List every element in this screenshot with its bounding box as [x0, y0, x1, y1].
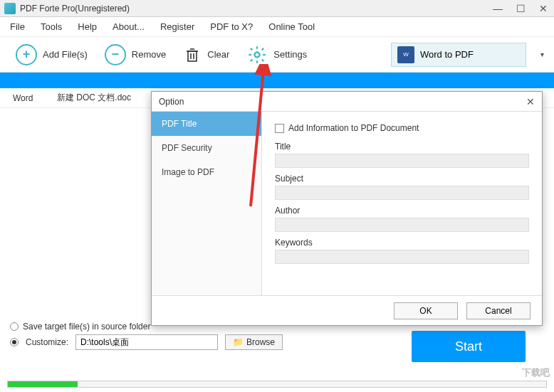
add-files-button[interactable]: + Add File(s): [10, 41, 93, 68]
browse-button[interactable]: 📁 Browse: [225, 334, 283, 350]
dialog-footer: OK Cancel: [152, 295, 542, 325]
menu-online-tool[interactable]: Online Tool: [268, 21, 315, 32]
field-subject: Subject: [275, 174, 529, 200]
plus-icon: +: [16, 44, 37, 65]
subject-label: Subject: [275, 174, 529, 184]
radio-checked-icon: [10, 338, 19, 346]
ok-button[interactable]: OK: [394, 302, 458, 319]
progress-bar: [7, 381, 547, 388]
mode-label: Word to PDF: [420, 49, 474, 60]
keywords-input[interactable]: [275, 250, 529, 264]
conversion-mode-select[interactable]: W Word to PDF: [391, 43, 526, 67]
add-files-label: Add File(s): [43, 49, 88, 60]
file-type-col: Word: [0, 93, 57, 103]
menubar: File Tools Help About... Register PDF to…: [0, 17, 554, 37]
start-button[interactable]: Start: [412, 331, 526, 362]
author-label: Author: [275, 206, 529, 216]
clear-button[interactable]: Clear: [177, 43, 235, 67]
progress-fill: [8, 381, 78, 387]
browse-label: Browse: [246, 337, 275, 347]
watermark: 下载吧: [522, 366, 550, 379]
toolbar: + Add File(s) − Remove Clear Settings W …: [0, 37, 554, 73]
maximize-button[interactable]: ☐: [514, 3, 527, 14]
subject-input[interactable]: [275, 186, 529, 200]
settings-label: Settings: [273, 49, 307, 60]
settings-button[interactable]: Settings: [241, 41, 313, 68]
docx-icon: W: [397, 46, 414, 63]
keywords-label: Keywords: [275, 238, 529, 248]
clear-label: Clear: [207, 49, 229, 60]
add-info-label: Add Information to PDF Document: [288, 123, 419, 133]
window-title: PDF Forte Pro(Unregistered): [20, 4, 130, 14]
title-label: Title: [275, 142, 529, 152]
mode-dropdown-caret[interactable]: ▾: [540, 51, 544, 58]
trash-icon: [183, 46, 202, 64]
field-author: Author: [275, 206, 529, 232]
add-info-checkbox-row[interactable]: Add Information to PDF Document: [275, 123, 529, 133]
gear-icon: [246, 44, 268, 65]
svg-rect-0: [188, 51, 197, 61]
dialog-titlebar: Option ✕: [152, 92, 542, 112]
options-dialog: Option ✕ PDF Title PDF Security Image to…: [151, 91, 543, 326]
dialog-title: Option: [159, 97, 184, 107]
customize-label: Customize:: [26, 337, 68, 347]
remove-button[interactable]: − Remove: [99, 41, 172, 68]
file-name: 新建 DOC 文档.doc: [57, 92, 131, 104]
tab-pdf-security[interactable]: PDF Security: [152, 136, 261, 160]
remove-label: Remove: [132, 49, 166, 60]
field-keywords: Keywords: [275, 238, 529, 264]
author-input[interactable]: [275, 218, 529, 232]
save-source-label: Save target file(s) in source folder: [23, 322, 150, 332]
tab-image-to-pdf[interactable]: Image to PDF: [152, 160, 261, 184]
titlebar: PDF Forte Pro(Unregistered) — ☐ ✕: [0, 0, 554, 17]
cancel-button[interactable]: Cancel: [466, 302, 531, 319]
menu-register[interactable]: Register: [160, 21, 194, 32]
window-controls: — ☐ ✕: [491, 3, 550, 14]
dialog-body: PDF Title PDF Security Image to PDF Add …: [152, 112, 542, 295]
menu-help[interactable]: Help: [78, 21, 97, 32]
svg-point-5: [255, 52, 260, 57]
minus-icon: −: [105, 44, 126, 65]
checkbox-icon: [275, 124, 284, 133]
minimize-button[interactable]: —: [491, 3, 504, 14]
dialog-sidebar: PDF Title PDF Security Image to PDF: [152, 112, 262, 295]
title-input[interactable]: [275, 154, 529, 168]
folder-icon: 📁: [233, 337, 244, 347]
menu-file[interactable]: File: [10, 21, 25, 32]
dialog-content: Add Information to PDF Document Title Su…: [262, 112, 542, 295]
tab-pdf-title[interactable]: PDF Title: [152, 112, 261, 136]
app-icon: [4, 3, 16, 14]
menu-tools[interactable]: Tools: [41, 21, 62, 32]
field-title: Title: [275, 142, 529, 168]
close-button[interactable]: ✕: [537, 3, 550, 14]
start-label: Start: [455, 339, 482, 354]
radio-unchecked-icon: [10, 322, 19, 331]
menu-pdftox[interactable]: PDF to X?: [210, 21, 253, 32]
menu-about[interactable]: About...: [113, 21, 145, 32]
dialog-close-button[interactable]: ✕: [526, 96, 535, 107]
filelist-header: [0, 73, 554, 88]
output-path-input[interactable]: [75, 334, 218, 350]
